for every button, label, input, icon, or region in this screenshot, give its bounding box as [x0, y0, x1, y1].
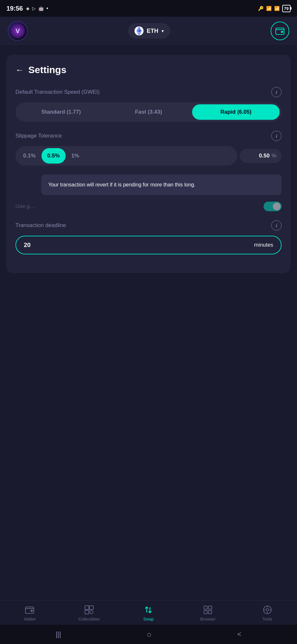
svg-rect-6 [85, 610, 89, 614]
battery-indicator: 79 [282, 5, 291, 12]
svg-rect-4 [85, 606, 89, 610]
use-gas-toggle[interactable] [264, 202, 282, 211]
slippage-option-05[interactable]: 0.5% [42, 148, 66, 164]
wifi-icon: 📶 [266, 6, 272, 11]
app-icon-3: 🤖 [38, 6, 44, 11]
wallet-svg-icon [275, 26, 285, 36]
slippage-row: 0.1% 0.5% 1% 0.50 % [15, 146, 282, 166]
bottom-nav: Wallet Collectibles Swap Browser [0, 600, 297, 625]
deadline-info-icon[interactable]: i [271, 220, 282, 231]
network-label: ETH [147, 28, 158, 34]
app-icon-2: ▷ [32, 6, 36, 11]
android-home-btn[interactable]: ○ [147, 630, 152, 639]
nav-item-swap[interactable]: Swap [119, 605, 178, 621]
battery-level: 79 [284, 6, 289, 11]
use-gas-label: Use g... [15, 203, 34, 210]
nav-item-tools[interactable]: Tools [237, 605, 297, 621]
chevron-down-icon: ▾ [162, 28, 164, 33]
collectibles-nav-icon [84, 605, 94, 615]
browser-nav-icon [203, 605, 213, 615]
back-button[interactable]: ← [15, 65, 24, 75]
svg-rect-8 [204, 606, 207, 609]
deadline-unit: minutes [254, 242, 273, 248]
deadline-label: Transaction deadline [15, 222, 66, 229]
tools-nav-label: Tools [262, 617, 272, 621]
app-logo: V [8, 21, 28, 41]
speed-option-fast[interactable]: Fast (3.43) [105, 104, 192, 120]
speed-selector: Standard (1.77) Fast (3.43) Rapid (6.05) [15, 102, 282, 122]
svg-rect-9 [209, 606, 212, 609]
dot-indicator: • [46, 5, 48, 11]
transaction-speed-section: Default Transaction Speed (GWEI) i Stand… [15, 87, 282, 122]
tooltip-overlay: Your transaction will revert if it is pe… [41, 175, 282, 195]
slippage-header: Slippage Tolerance i [15, 131, 282, 141]
collectibles-nav-label: Collectibles [79, 617, 100, 621]
android-nav: ||| ○ < [0, 625, 297, 644]
logo-inner: V [11, 24, 25, 38]
svg-point-7 [90, 611, 93, 614]
wallet-nav-icon [25, 605, 34, 615]
svg-rect-10 [204, 611, 207, 614]
slippage-label: Slippage Tolerance [15, 133, 62, 139]
svg-rect-11 [209, 611, 212, 614]
deadline-value: 20 [24, 242, 31, 249]
slippage-option-01[interactable]: 0.1% [17, 148, 42, 164]
swap-nav-icon [144, 605, 153, 615]
status-left: 19:56 ◈ ▷ 🤖 • [6, 5, 48, 12]
svg-rect-3 [31, 610, 33, 612]
slippage-custom-value: 0.50 [245, 153, 270, 159]
browser-nav-label: Browser [200, 617, 216, 621]
signal-icon: 📶 [274, 6, 280, 11]
speed-option-rapid[interactable]: Rapid (6.05) [192, 104, 280, 120]
status-right: 🔑 📶 📶 79 [258, 5, 291, 12]
use-gas-row: Use g... [15, 202, 282, 211]
svg-rect-5 [89, 606, 93, 610]
slippage-options: 0.1% 0.5% 1% [15, 146, 237, 166]
key-icon: 🔑 [258, 6, 264, 11]
app-header: V ETH ▾ [0, 17, 297, 45]
android-menu-btn[interactable]: ||| [56, 630, 61, 639]
wallet-nav-label: Wallet [24, 617, 35, 621]
eth-icon [135, 26, 144, 35]
svg-point-13 [266, 609, 269, 611]
toggle-knob [273, 203, 281, 210]
slippage-info-icon[interactable]: i [271, 131, 282, 141]
nav-item-browser[interactable]: Browser [178, 605, 238, 621]
main-content: ← Settings Default Transaction Speed (GW… [0, 45, 297, 600]
settings-panel: ← Settings Default Transaction Speed (GW… [6, 55, 291, 273]
wallet-header-button[interactable] [271, 22, 289, 40]
tooltip-text: Your transaction will revert if it is pe… [48, 182, 195, 187]
transaction-speed-header: Default Transaction Speed (GWEI) i [15, 87, 282, 97]
status-time: 19:56 [6, 5, 23, 12]
settings-header: ← Settings [15, 64, 282, 75]
nav-item-wallet[interactable]: Wallet [0, 605, 60, 621]
status-bar: 19:56 ◈ ▷ 🤖 • 🔑 📶 📶 79 [0, 0, 297, 17]
transaction-speed-label: Default Transaction Speed (GWEI) [15, 89, 100, 95]
deadline-input[interactable]: 20 minutes [15, 236, 282, 254]
deadline-section: Transaction deadline i 20 minutes [15, 220, 282, 254]
slippage-custom-unit: % [272, 153, 276, 159]
deadline-header: Transaction deadline i [15, 220, 282, 231]
swap-nav-label: Swap [143, 617, 154, 621]
app-icon-1: ◈ [26, 6, 30, 11]
svg-rect-1 [281, 31, 283, 33]
logo-v-icon: V [15, 27, 20, 35]
network-selector[interactable]: ETH ▾ [128, 23, 170, 39]
slippage-option-1[interactable]: 1% [66, 148, 85, 164]
transaction-speed-info-icon[interactable]: i [271, 87, 282, 97]
speed-option-standard[interactable]: Standard (1.77) [17, 104, 105, 120]
tools-nav-icon [263, 605, 272, 615]
slippage-section: Slippage Tolerance i 0.1% 0.5% 1% 0.50 % [15, 131, 282, 166]
android-back-btn[interactable]: < [237, 630, 241, 639]
nav-item-collectibles[interactable]: Collectibles [60, 605, 119, 621]
status-icons: ◈ ▷ 🤖 • [26, 5, 48, 11]
slippage-custom-input[interactable]: 0.50 % [240, 149, 282, 163]
settings-title: Settings [28, 64, 66, 75]
